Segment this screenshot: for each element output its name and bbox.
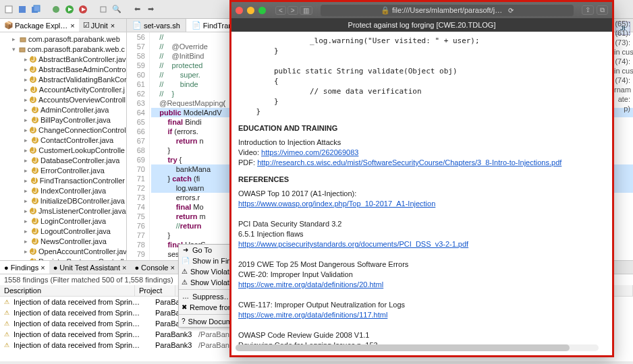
- editor-tab[interactable]: 📄set-vars.sh: [127, 19, 186, 32]
- save-all-icon[interactable]: [30, 3, 42, 16]
- bottom-tab[interactable]: ●Findings×: [0, 261, 49, 274]
- close-tab-icon[interactable]: ×: [170, 264, 174, 272]
- share-icon[interactable]: ⇪: [582, 5, 594, 15]
- java-file-node[interactable]: ▸JAbstractBaseAdminContro: [0, 64, 126, 74]
- twisty-icon[interactable]: ▸: [24, 56, 28, 63]
- sidebar-icon[interactable]: ▥: [300, 6, 312, 15]
- java-file-node[interactable]: ▸JCustomerLookupControlle: [0, 145, 126, 155]
- new-icon[interactable]: [3, 3, 15, 16]
- java-file-node[interactable]: ▸JOpenAccountController.jav: [0, 246, 126, 256]
- twisty-icon[interactable]: ▸: [24, 147, 28, 154]
- twisty-icon[interactable]: ▸: [24, 218, 30, 224]
- run-icon[interactable]: [63, 3, 76, 16]
- bottom-tab[interactable]: ●Unit Test Assistant×: [49, 261, 131, 274]
- cwe25-link[interactable]: https://cwe.mitre.org/data/definitions/2…: [238, 280, 383, 289]
- coverage-icon[interactable]: [77, 3, 89, 16]
- java-file-node[interactable]: ▸JErrorController.java: [0, 165, 126, 175]
- close-tab-icon[interactable]: ×: [111, 22, 115, 30]
- context-menu-item[interactable]: ?Show Docume: [179, 316, 237, 327]
- java-file-node[interactable]: ▸JLogoutController.java: [0, 226, 126, 236]
- code-snippet: _log.warning("User visited: " + user); }…: [238, 36, 605, 117]
- package-tab[interactable]: ☑JUnit×: [79, 19, 119, 32]
- twisty-icon[interactable]: ▸: [24, 177, 29, 184]
- java-file-node[interactable]: ▸JRegisterCustomerControlle: [0, 256, 126, 260]
- url-bar[interactable]: 🔒 file:///Users/mlambert/parasoft/j… ⟳: [321, 5, 574, 16]
- java-file-node[interactable]: ▸JFindTransactionController: [0, 175, 126, 185]
- java-file-node[interactable]: ▸JAbstractBankController.jav: [0, 54, 126, 64]
- twisty-icon[interactable]: ▸: [24, 86, 28, 93]
- twisty-icon[interactable]: ▸: [24, 107, 30, 113]
- back-icon[interactable]: ⬅: [131, 3, 143, 16]
- java-file-node[interactable]: ▸JAccountActivityController.j: [0, 84, 126, 94]
- tree-label: FindTransactionController: [40, 177, 125, 185]
- package-tab[interactable]: 📦Package Expl…×: [0, 19, 79, 32]
- java-file-node[interactable]: ▸JChangeConnectionControl: [0, 125, 126, 135]
- java-file-node[interactable]: ▸JLoginController.java: [0, 216, 126, 226]
- package-tree[interactable]: ▸com.parasoft.parabank.web▾com.parasoft.…: [0, 32, 126, 260]
- java-file-node[interactable]: ▸JJmsListenerController.java: [0, 206, 126, 216]
- java-file-node[interactable]: ▸JAccountsOverviewControll: [0, 94, 126, 104]
- java-file-icon: J: [31, 227, 39, 235]
- pci-link[interactable]: https://www.pcisecuritystandards.org/doc…: [238, 240, 468, 248]
- twisty-icon[interactable]: ▸: [24, 157, 30, 164]
- cwe117-link[interactable]: https://cwe.mitre.org/data/definitions/1…: [238, 311, 387, 319]
- twisty-icon[interactable]: ▸: [24, 228, 30, 235]
- search-icon[interactable]: 🔍: [111, 3, 123, 16]
- video-link[interactable]: https://vimeo.com/262069083: [261, 148, 358, 156]
- java-file-node[interactable]: ▸JDatabaseController.java: [0, 155, 126, 165]
- twisty-icon[interactable]: ▸: [12, 36, 18, 42]
- context-menu-item[interactable]: ✖Remove from: [179, 302, 237, 313]
- twisty-icon[interactable]: ▸: [24, 96, 28, 103]
- java-file-node[interactable]: ▸JAbstractValidatingBankCor: [0, 74, 126, 84]
- twisty-icon[interactable]: ▾: [12, 46, 17, 53]
- twisty-icon[interactable]: ▸: [24, 76, 28, 83]
- java-file-node[interactable]: ▸JContactController.java: [0, 135, 126, 145]
- java-file-node[interactable]: ▸JBillPayController.java: [0, 115, 126, 125]
- nav-back-icon[interactable]: <: [275, 6, 286, 15]
- package-node[interactable]: ▸com.parasoft.parabank.web: [0, 34, 126, 44]
- context-menu-item[interactable]: ⚠Show Violatio: [179, 277, 237, 288]
- java-file-node[interactable]: ▸JNewsController.java: [0, 236, 126, 246]
- debug-icon[interactable]: [50, 3, 62, 16]
- java-file-node[interactable]: ▸JIndexController.java: [0, 185, 126, 195]
- twisty-icon[interactable]: ▸: [24, 117, 30, 123]
- maximize-icon[interactable]: [258, 7, 266, 14]
- tree-label: LogoutController.java: [40, 227, 111, 235]
- twisty-icon[interactable]: ▸: [24, 238, 30, 245]
- context-menu-item[interactable]: …Suppress…: [179, 291, 237, 302]
- java-file-node[interactable]: ▸JAdminController.java: [0, 104, 126, 115]
- column-header[interactable]: Description: [0, 285, 135, 296]
- close-tab-icon[interactable]: ×: [70, 22, 74, 30]
- svg-text:J: J: [31, 247, 35, 255]
- close-tab-icon[interactable]: ×: [40, 264, 45, 272]
- twisty-icon[interactable]: ▸: [24, 137, 30, 144]
- bottom-tab[interactable]: ●Console×: [130, 261, 178, 274]
- twisty-icon[interactable]: ▸: [24, 208, 28, 214]
- close-tab-icon[interactable]: ×: [122, 264, 126, 272]
- browser-body[interactable]: _log.warning("User visited: " + user); }…: [231, 32, 612, 355]
- twisty-icon[interactable]: ▸: [24, 198, 30, 204]
- twisty-icon[interactable]: ▸: [24, 187, 30, 194]
- pdf-link[interactable]: http://research.cs.wisc.edu/mist/Softwar…: [257, 158, 561, 166]
- column-header[interactable]: Project: [135, 285, 175, 296]
- owasp-link[interactable]: https://www.owasp.org/index.php/Top_10-2…: [238, 200, 435, 208]
- java-file-node[interactable]: ▸JInitializeDBController.java: [0, 195, 126, 206]
- minimize-icon[interactable]: [247, 7, 254, 14]
- twisty-icon[interactable]: ▸: [24, 258, 28, 261]
- twisty-icon[interactable]: ▸: [24, 127, 28, 133]
- twisty-icon[interactable]: ▸: [24, 167, 30, 174]
- twisty-icon[interactable]: ▸: [24, 248, 28, 255]
- tabs-icon[interactable]: ⧉: [597, 5, 608, 15]
- open-type-icon[interactable]: [97, 3, 109, 16]
- package-node[interactable]: ▾com.parasoft.parabank.web.c: [0, 44, 126, 54]
- context-menu-item[interactable]: 📄Show in Findi: [179, 255, 237, 266]
- horizontal-scrollbar[interactable]: [236, 344, 599, 351]
- twisty-icon[interactable]: ▸: [24, 66, 28, 73]
- forward-icon[interactable]: ➡: [144, 3, 157, 16]
- context-menu-item[interactable]: ⚠Show Violatio: [179, 266, 237, 277]
- close-icon[interactable]: [236, 7, 243, 14]
- save-icon[interactable]: [16, 3, 28, 16]
- finding-project: ParaBank3: [155, 330, 196, 338]
- svg-point-4: [53, 6, 59, 13]
- context-menu-item[interactable]: ➜Go To: [179, 245, 237, 255]
